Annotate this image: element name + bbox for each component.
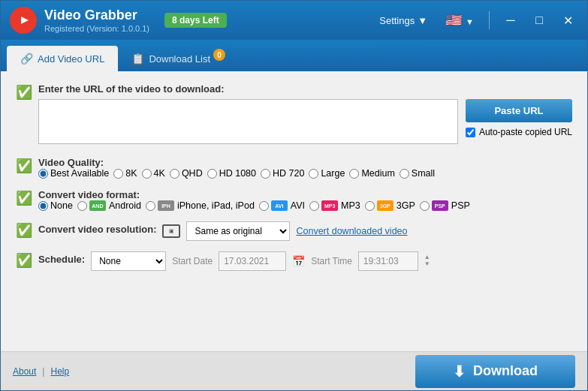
trial-badge: 8 days Left [164,13,227,28]
quality-radio-8[interactable] [400,169,409,179]
quality-radio-2[interactable] [142,169,152,179]
quality-option-large[interactable]: Large [309,168,345,179]
flag-chevron-icon: ▼ [466,17,474,26]
resolution-row: Convert video resolution: ▣ Same as orig… [38,221,572,241]
download-button[interactable]: ⬇ Download [415,355,575,388]
format-option-iphone[interactable]: IPHiPhone, iPad, iPod [146,200,255,211]
quality-radio-1[interactable] [113,169,123,179]
quality-radio-0[interactable] [38,169,48,179]
url-content: Enter the URL of the video to download: … [38,83,572,146]
quality-option-medium[interactable]: Medium [349,168,394,179]
footer: About | Help ⬇ Download [1,351,587,390]
about-link[interactable]: About [13,366,36,377]
convert-downloaded-link[interactable]: Convert downloaded video [296,226,407,236]
resolution-check-icon: ✅ [16,222,32,239]
download-button-label: Download [473,363,538,379]
app-subtitle: Registered (Version: 1.0.0.1) [44,24,149,33]
url-input-row: Paste URL Auto-paste copied URL [38,99,572,146]
quality-option-hd-720[interactable]: HD 720 [261,168,304,179]
format-radio-1[interactable] [77,201,87,211]
add-url-tab-icon: 🔗 [20,53,33,65]
auto-paste-row: Auto-paste copied URL [466,127,572,137]
format-radio-3[interactable] [259,201,269,211]
format-option-label: PSP [451,200,470,211]
format-option-none[interactable]: None [38,200,73,211]
format-icon-iphone: IPH [158,200,174,211]
quality-section: ✅ Video Quality: Best Available8K4KQHDHD… [16,157,572,179]
format-radio-6[interactable] [420,201,430,211]
quality-section-label: Video Quality: [38,157,104,168]
schedule-check-icon: ✅ [16,252,32,269]
download-icon: ⬇ [453,362,466,380]
format-section: ✅ Convert video format: NoneANDAndroidIP… [16,189,572,211]
app-title: Video Grabber [44,8,149,24]
app-logo [10,7,37,34]
start-time-label: Start Time [311,256,352,266]
close-button[interactable]: ✕ [557,10,578,31]
start-time-input[interactable] [358,251,418,271]
url-check-icon: ✅ [16,84,32,101]
date-picker-icon[interactable]: 📅 [292,255,305,267]
close-icon: ✕ [563,14,573,28]
time-spinner-icon[interactable]: ▲▼ [424,254,430,268]
url-section-label: Enter the URL of the video to download: [38,83,572,95]
minimize-icon: ─ [506,14,514,27]
format-icon-3gp: 3GP [377,200,394,211]
restore-button[interactable]: □ [529,10,550,31]
resolution-section-label: Convert video resolution: [38,224,156,235]
tab-download-list[interactable]: 📋 Download List 0 [118,46,231,71]
settings-chevron-icon: ▼ [418,15,427,26]
auto-paste-checkbox[interactable] [466,128,475,137]
url-textarea[interactable] [38,99,458,144]
quality-option-small[interactable]: Small [400,168,435,179]
start-date-input[interactable] [219,251,286,271]
quality-radio-7[interactable] [349,169,359,179]
minimize-button[interactable]: ─ [500,10,521,31]
quality-radio-3[interactable] [170,169,179,179]
quality-option-4k[interactable]: 4K [142,168,165,179]
format-icon-android: AND [89,200,106,211]
format-section-label: Convert video format: [38,189,140,200]
format-option-android[interactable]: ANDAndroid [77,200,141,211]
schedule-select[interactable]: NoneOnceDailyWeekly [91,251,166,271]
format-option-psp[interactable]: PSPPSP [420,200,470,211]
app-title-group: Video Grabber Registered (Version: 1.0.0… [44,8,149,33]
settings-button[interactable]: Settings ▼ [373,12,433,29]
quality-radio-5[interactable] [261,169,270,179]
quality-option-8k[interactable]: 8K [113,168,137,179]
title-bar: Video Grabber Registered (Version: 1.0.0… [1,1,587,40]
format-option-label: None [50,200,73,211]
format-option-label: 3GP [397,200,415,211]
download-list-badge: 0 [213,49,225,61]
quality-radio-4[interactable] [207,169,217,179]
format-option-label: MP3 [341,200,360,211]
restore-icon: □ [535,14,543,27]
language-flag-button[interactable]: 🇺🇸 ▼ [441,9,478,32]
format-option-mp3[interactable]: MP3MP3 [309,200,360,211]
url-side-buttons: Paste URL Auto-paste copied URL [466,99,572,137]
footer-separator: | [42,366,44,377]
format-radio-group: NoneANDAndroidIPHiPhone, iPad, iPodAVIAV… [38,200,572,211]
format-option-avi[interactable]: AVIAVI [259,200,305,211]
resolution-select[interactable]: Same as original360p480p720p1080p [186,221,290,241]
quality-option-label: Medium [361,168,394,179]
paste-url-button[interactable]: Paste URL [466,99,572,122]
format-option-label: Android [109,200,141,211]
quality-check-icon: ✅ [16,158,32,174]
quality-option-qhd[interactable]: QHD [170,168,203,179]
format-radio-4[interactable] [309,201,319,211]
quality-option-best-available[interactable]: Best Available [38,168,109,179]
quality-option-label: 4K [154,168,165,179]
quality-radio-6[interactable] [309,169,318,179]
format-radio-2[interactable] [146,201,155,211]
tab-add-video-url[interactable]: 🔗 Add Video URL [7,46,118,71]
add-url-tab-label: Add Video URL [38,53,104,65]
footer-links: About | Help [13,366,69,377]
help-link[interactable]: Help [50,366,69,377]
download-list-tab-icon: 📋 [131,53,144,65]
format-radio-0[interactable] [38,201,48,211]
format-radio-5[interactable] [365,201,375,211]
quality-content: Video Quality: Best Available8K4KQHDHD 1… [38,157,572,179]
format-option-3gp[interactable]: 3GP3GP [365,200,415,211]
quality-option-hd-1080[interactable]: HD 1080 [207,168,256,179]
